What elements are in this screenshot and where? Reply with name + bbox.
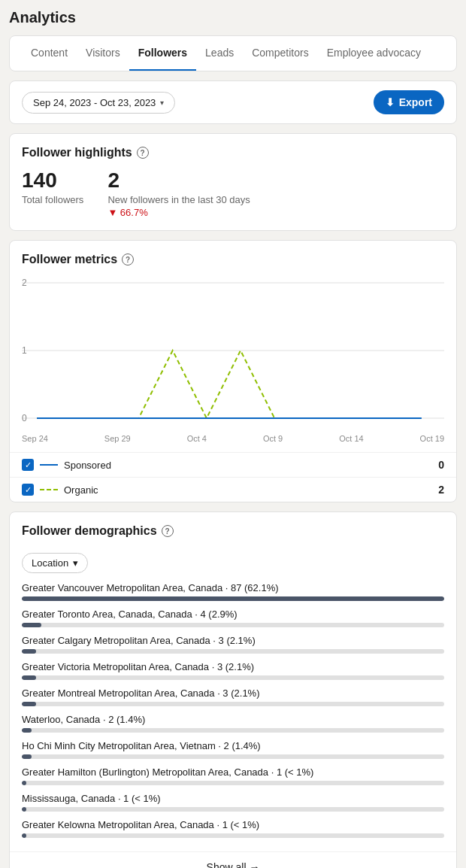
demo-bar-bg (22, 833, 444, 838)
demo-item: Greater Vancouver Metropolitan Area, Can… (22, 582, 444, 601)
tab-leads[interactable]: Leads (196, 36, 243, 71)
demo-item-label: Greater Hamilton (Burlington) Metropolit… (22, 766, 444, 778)
demo-item-label: Waterloo, Canada · 2 (1.4%) (22, 714, 444, 725)
export-button[interactable]: ⬇ Export (374, 90, 444, 114)
demo-item: Greater Kelowna Metropolitan Area, Canad… (22, 819, 444, 838)
follower-highlights-title: Follower highlights (22, 146, 132, 159)
demo-bar-bg (22, 728, 444, 733)
demo-bar-bg (22, 807, 444, 812)
demo-bar-bg (22, 781, 444, 785)
demographics-filter-row: Location ▾ (10, 547, 456, 582)
new-followers-item: 2 New followers in the last 30 days ▼ 66… (107, 168, 250, 218)
svg-text:0: 0 (22, 413, 27, 423)
demo-bar-bg (22, 675, 444, 680)
organic-checkbox[interactable]: ✓ (22, 484, 34, 496)
show-all-button[interactable]: Show all → (10, 851, 456, 868)
demo-item: Greater Victoria Metropolitan Area, Cana… (22, 661, 444, 680)
tab-followers[interactable]: Followers (129, 36, 196, 71)
new-followers-value: 2 (107, 168, 250, 193)
page-title: Analytics (9, 9, 457, 26)
followers-change: ▼ 66.7% (107, 207, 250, 218)
legend-organic-left: ✓ Organic (22, 484, 98, 496)
follower-demographics-card: Follower demographics ? Location ▾ Great… (9, 511, 457, 868)
tab-content[interactable]: Content (22, 36, 77, 71)
organic-line-icon (40, 489, 58, 490)
demo-bar-bg (22, 702, 444, 706)
demo-bar-fill (22, 833, 26, 838)
export-label: Export (399, 96, 432, 108)
follower-demographics-title: Follower demographics (22, 524, 157, 538)
toolbar-card: Sep 24, 2023 - Oct 23, 2023 ▾ ⬇ Export (9, 80, 457, 124)
sponsored-line-icon (40, 464, 58, 466)
tab-visitors[interactable]: Visitors (77, 36, 129, 71)
organic-value: 2 (438, 484, 444, 496)
sponsored-value: 0 (438, 459, 444, 471)
demo-item-label: Ho Chi Minh City Metropolitan Area, Viet… (22, 740, 444, 751)
tab-employee-advocacy[interactable]: Employee advocacy (318, 36, 430, 71)
total-followers-item: 140 Total followers (22, 168, 83, 218)
demo-bar-bg (22, 649, 444, 654)
demo-item-label: Mississauga, Canada · 1 (< 1%) (22, 793, 444, 804)
legend-sponsored-left: ✓ Sponsored (22, 459, 111, 471)
tabs-container: Content Visitors Followers Leads Competi… (9, 35, 457, 71)
chevron-down-icon-location: ▾ (73, 557, 78, 569)
sponsored-label: Sponsored (64, 460, 111, 471)
demo-item: Greater Calgary Metropolitan Area, Canad… (22, 635, 444, 654)
x-label-2: Oct 4 (187, 434, 207, 443)
location-filter-button[interactable]: Location ▾ (22, 553, 88, 573)
demo-item-label: Greater Victoria Metropolitan Area, Cana… (22, 661, 444, 672)
follower-metrics-title: Follower metrics (22, 253, 117, 266)
demo-item-label: Greater Montreal Metropolitan Area, Cana… (22, 687, 444, 699)
date-range-button[interactable]: Sep 24, 2023 - Oct 23, 2023 ▾ (22, 92, 175, 114)
date-range-text: Sep 24, 2023 - Oct 23, 2023 (33, 97, 156, 108)
follower-highlights-card: Follower highlights ? 140 Total follower… (9, 133, 457, 231)
follower-metrics-card: Follower metrics ? 2 1 0 Sep 24 Se (9, 240, 457, 502)
demo-bar-fill (22, 596, 444, 601)
demographics-list: Greater Vancouver Metropolitan Area, Can… (10, 582, 456, 851)
demo-bar-bg (22, 623, 444, 627)
demo-item: Greater Hamilton (Burlington) Metropolit… (22, 766, 444, 785)
tab-competitors[interactable]: Competitors (243, 36, 317, 71)
svg-text:1: 1 (22, 345, 27, 356)
demo-item: Waterloo, Canada · 2 (1.4%) (22, 714, 444, 733)
help-icon[interactable]: ? (137, 147, 149, 159)
legend-sponsored-row: ✓ Sponsored 0 (10, 452, 456, 477)
demo-item: Mississauga, Canada · 1 (< 1%) (22, 793, 444, 812)
help-icon-demographics[interactable]: ? (162, 525, 174, 537)
help-icon-metrics[interactable]: ? (122, 253, 134, 266)
chevron-down-icon: ▾ (160, 99, 164, 107)
demo-bar-fill (22, 754, 32, 759)
sponsored-checkbox[interactable]: ✓ (22, 459, 34, 471)
demo-bar-fill (22, 649, 36, 654)
download-icon: ⬇ (386, 96, 395, 108)
demo-bar-fill (22, 702, 36, 706)
demo-item-label: Greater Toronto Area, Canada, Canada · 4… (22, 609, 444, 620)
demo-item-label: Greater Kelowna Metropolitan Area, Canad… (22, 819, 444, 830)
x-label-5: Oct 19 (420, 434, 444, 443)
toolbar-row: Sep 24, 2023 - Oct 23, 2023 ▾ ⬇ Export (10, 81, 456, 123)
demo-bar-fill (22, 623, 41, 627)
follower-demographics-header: Follower demographics ? (10, 512, 456, 547)
demo-item: Greater Toronto Area, Canada, Canada · 4… (22, 609, 444, 627)
chart-area: 2 1 0 (10, 275, 456, 434)
x-label-3: Oct 9 (263, 434, 283, 443)
chart-x-labels: Sep 24 Sep 29 Oct 4 Oct 9 Oct 14 Oct 19 (10, 434, 456, 443)
demo-item: Ho Chi Minh City Metropolitan Area, Viet… (22, 740, 444, 759)
line-chart: 2 1 0 (22, 275, 444, 426)
location-filter-label: Location (32, 557, 68, 569)
organic-label: Organic (64, 484, 98, 496)
tab-list: Content Visitors Followers Leads Competi… (22, 36, 444, 71)
legend-organic-row: ✓ Organic 2 (10, 477, 456, 502)
demo-bar-fill (22, 807, 26, 812)
demo-bar-bg (22, 754, 444, 759)
demo-item-label: Greater Calgary Metropolitan Area, Canad… (22, 635, 444, 646)
demo-item: Greater Montreal Metropolitan Area, Cana… (22, 687, 444, 706)
follower-highlights-header: Follower highlights ? (10, 134, 456, 168)
demo-bar-fill (22, 675, 36, 680)
new-followers-label: New followers in the last 30 days (107, 194, 250, 205)
x-label-4: Oct 14 (339, 434, 363, 443)
show-all-label: Show all → (207, 861, 260, 868)
svg-text:2: 2 (22, 278, 27, 288)
demo-bar-fill (22, 728, 32, 733)
demo-bar-fill (22, 781, 26, 785)
